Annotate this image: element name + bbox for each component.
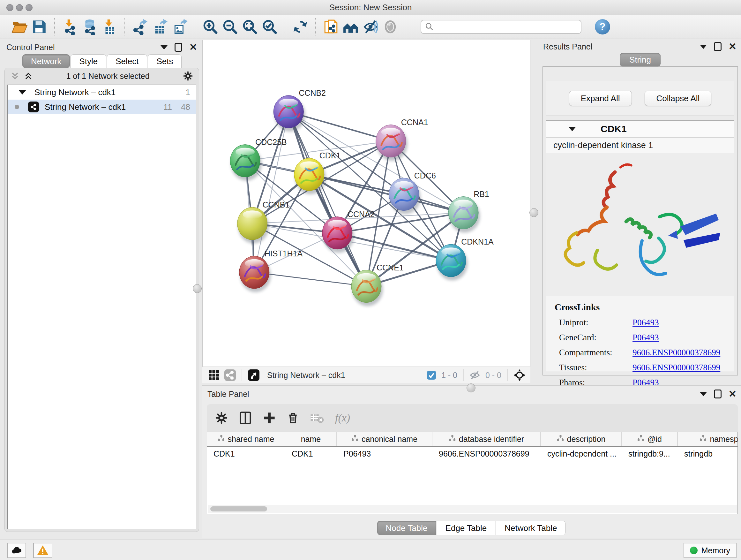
crosshair-icon[interactable] xyxy=(513,369,526,381)
panel-float-icon[interactable] xyxy=(714,42,722,51)
table-cell[interactable]: CDK1 xyxy=(207,447,285,461)
column-header--id[interactable]: @id xyxy=(622,432,678,446)
table-cell[interactable]: stringdb:9... xyxy=(622,447,678,461)
string-copy-network-button[interactable] xyxy=(321,17,341,37)
zoom-fit-button[interactable] xyxy=(240,17,260,37)
left-splitter-handle[interactable] xyxy=(193,284,202,293)
right-splitter-handle[interactable] xyxy=(529,208,538,217)
crosslink-value-link[interactable]: P06493 xyxy=(632,333,659,343)
tab-edge-table[interactable]: Edge Table xyxy=(437,521,495,535)
network-node-ccne1[interactable] xyxy=(351,270,383,306)
network-node-cdkn1a[interactable] xyxy=(436,244,468,280)
panel-menu-icon[interactable] xyxy=(160,45,167,50)
help-button[interactable]: ? xyxy=(595,19,610,35)
panel-close-icon[interactable]: ✕ xyxy=(729,389,737,399)
string-hide-glass-button[interactable] xyxy=(360,17,381,37)
panel-float-icon[interactable] xyxy=(714,389,722,398)
bottom-splitter-handle[interactable] xyxy=(467,383,475,392)
panel-float-icon[interactable] xyxy=(175,43,182,52)
table-cell[interactable]: cyclin-dependent ... xyxy=(541,447,622,461)
table-cell[interactable]: P06493 xyxy=(337,447,432,461)
memory-button[interactable]: Memory xyxy=(684,543,737,558)
delete-table-button[interactable] xyxy=(310,411,324,425)
table-horizontal-scrollbar[interactable] xyxy=(208,505,737,513)
scrollbar-handle[interactable] xyxy=(210,506,267,511)
network-share-view-icon[interactable] xyxy=(224,369,236,381)
panel-menu-icon[interactable] xyxy=(700,45,707,49)
column-header-canonical-name[interactable]: canonical name xyxy=(337,432,432,446)
column-header-namespace[interactable]: namespace xyxy=(678,432,738,446)
network-node-ccna1[interactable] xyxy=(376,125,408,161)
cloud-button[interactable] xyxy=(7,543,26,558)
table-settings-button[interactable] xyxy=(215,412,228,424)
open-session-button[interactable] xyxy=(10,17,29,37)
zoom-out-button[interactable] xyxy=(220,17,240,37)
column-header-description[interactable]: description xyxy=(541,432,622,446)
apply-layout-button[interactable] xyxy=(290,17,310,37)
zoom-in-button[interactable] xyxy=(200,17,220,37)
warnings-button[interactable] xyxy=(33,543,52,558)
protein-expand-icon[interactable] xyxy=(569,127,576,131)
tab-select[interactable]: Select xyxy=(107,54,147,68)
tab-string[interactable]: String xyxy=(620,53,661,66)
network-canvas[interactable]: CCNB2CCNA1CDC25BCDK1CDC6RB1CCNB1CCNA2CDK… xyxy=(202,40,530,367)
network-node-ccna2[interactable] xyxy=(322,217,354,253)
tab-network-table[interactable]: Network Table xyxy=(496,521,565,535)
search-input[interactable] xyxy=(421,20,582,34)
tab-network[interactable]: Network xyxy=(22,54,70,68)
network-row[interactable]: String Network – cdk1 11 48 xyxy=(8,100,196,114)
column-header-shared-name[interactable]: shared name xyxy=(207,432,285,446)
protein-card-header[interactable]: CDK1 xyxy=(546,121,734,138)
crosslink-value-link[interactable]: 9606.ENSP00000378699 xyxy=(632,363,720,373)
function-builder-button[interactable]: f(x) xyxy=(335,412,350,424)
table-cell[interactable]: 9606.ENSP00000378699 xyxy=(432,447,541,461)
panel-close-icon[interactable]: ✕ xyxy=(729,42,737,51)
grid-view-icon[interactable] xyxy=(208,369,219,381)
panel-close-icon[interactable]: ✕ xyxy=(189,43,197,52)
panel-menu-icon[interactable] xyxy=(700,392,707,396)
network-edge[interactable] xyxy=(309,174,463,212)
column-header-name[interactable]: name xyxy=(285,432,337,446)
expand-all-button[interactable]: Expand All xyxy=(569,91,632,106)
network-edge[interactable] xyxy=(254,272,366,287)
network-node-cdk1[interactable] xyxy=(294,158,326,194)
network-node-cdc25b[interactable] xyxy=(230,145,262,181)
save-session-button[interactable] xyxy=(29,17,49,37)
node-label: CCNA1 xyxy=(401,118,428,127)
string-enable-glass-button[interactable] xyxy=(381,17,400,37)
tab-sets[interactable]: Sets xyxy=(148,54,182,68)
import-table-button[interactable] xyxy=(99,17,119,37)
export-network-button[interactable] xyxy=(130,17,150,37)
network-node-hist1h1a[interactable] xyxy=(239,256,271,292)
collapse-all-icon[interactable] xyxy=(10,71,19,80)
string-home-button[interactable] xyxy=(341,17,360,37)
crosslink-value-link[interactable]: P06493 xyxy=(632,318,659,327)
table-row[interactable]: CDK1CDK1P064939606.ENSP00000378699cyclin… xyxy=(207,447,738,461)
show-columns-button[interactable] xyxy=(239,411,252,425)
network-node-rb1[interactable] xyxy=(448,197,480,233)
birds-eye-view-icon[interactable] xyxy=(248,369,260,381)
table-cell[interactable]: stringdb xyxy=(678,447,738,461)
tab-style[interactable]: Style xyxy=(71,54,106,68)
import-network-from-database-button[interactable] xyxy=(80,17,99,37)
export-table-button[interactable] xyxy=(150,17,170,37)
zoom-selected-button[interactable] xyxy=(260,17,280,37)
export-image-button[interactable] xyxy=(170,17,190,37)
expand-all-icon[interactable] xyxy=(24,71,33,80)
network-edge[interactable] xyxy=(254,112,289,272)
column-header-database-identifier[interactable]: database identifier xyxy=(432,432,541,446)
tab-node-table[interactable]: Node Table xyxy=(377,521,436,535)
delete-column-button[interactable] xyxy=(286,412,299,424)
network-collection-row[interactable]: String Network – cdk1 1 xyxy=(8,85,196,100)
hidden-eye-icon[interactable] xyxy=(469,369,481,381)
add-column-button[interactable] xyxy=(263,412,276,424)
table-cell[interactable]: CDK1 xyxy=(285,447,337,461)
gear-icon[interactable] xyxy=(183,71,193,81)
collapse-all-button[interactable]: Collapse All xyxy=(645,91,712,106)
import-network-button[interactable] xyxy=(60,17,80,37)
selected-checkbox-icon[interactable] xyxy=(426,370,436,380)
network-edge[interactable] xyxy=(288,112,366,287)
crosslink-value-link[interactable]: 9606.ENSP00000378699 xyxy=(632,348,720,358)
collection-expand-icon[interactable] xyxy=(18,90,26,95)
network-node-ccnb2[interactable] xyxy=(273,96,305,132)
